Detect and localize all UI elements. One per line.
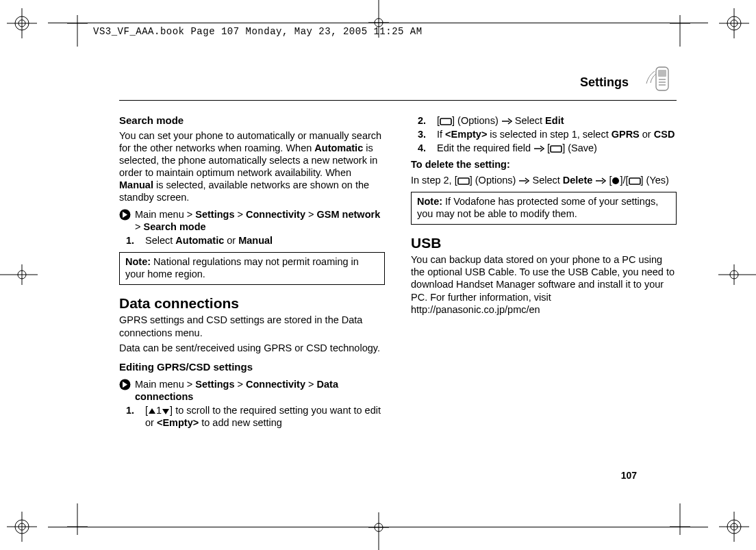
arrow-right-icon — [533, 145, 544, 152]
paragraph-data-conn-1: GPRS settings and CSD settings are store… — [119, 314, 385, 338]
crop-cross-right — [718, 264, 756, 285]
page-number: 107 — [621, 470, 637, 481]
left-column: Search mode You can set your phone to au… — [119, 114, 385, 430]
softkey-icon — [629, 177, 641, 185]
arrow-right-icon — [518, 177, 529, 184]
note-roaming: Note: National regulations may not permi… — [119, 252, 385, 285]
crop-rule-bottom — [48, 527, 708, 527]
step-3-empty-select: 3. If <Empty> is selected in step 1, sel… — [418, 128, 677, 140]
nav-path-search-mode: Main menu > Settings > Connectivity > GS… — [119, 208, 385, 233]
softkey-icon — [550, 145, 562, 153]
running-header: VS3_VF_AAA.book Page 107 Monday, May 23,… — [93, 26, 423, 37]
registration-mark-br — [719, 512, 749, 542]
svg-point-50 — [612, 177, 619, 184]
step-1-scroll: 1. [1] to scroll to the required setting… — [126, 404, 385, 429]
center-key-icon — [612, 177, 620, 185]
arrow-right-icon — [501, 118, 512, 125]
note-vodafone-protected: Note: If Vodafone has protected some of … — [411, 192, 677, 225]
step-2-options-edit: 2. [] (Options) Select Edit — [418, 114, 677, 127]
arrow-right-icon — [595, 177, 606, 184]
page-body: Settings Search mode You can set your ph — [119, 77, 677, 430]
up-key-icon — [148, 408, 156, 415]
phone-icon — [641, 64, 677, 93]
heading-to-delete: To delete the setting: — [411, 158, 677, 171]
crop-cross-bottom-left — [67, 503, 88, 535]
registration-mark-tr — [719, 8, 749, 38]
svg-rect-46 — [551, 146, 562, 152]
heading-search-mode: Search mode — [119, 114, 385, 127]
svg-rect-37 — [658, 70, 666, 77]
paragraph-usb: You can backup data stored on your phone… — [411, 253, 677, 316]
down-key-icon — [162, 408, 170, 415]
crop-rule-top — [48, 23, 708, 23]
nav-path-data-connections: Main menu > Settings > Connectivity > Da… — [119, 378, 385, 403]
softkey-icon — [440, 118, 452, 125]
svg-rect-51 — [629, 178, 640, 184]
registration-mark-bl — [7, 512, 37, 542]
crop-cross-top-left — [67, 15, 88, 47]
step-4-edit-save: 4. Edit the required field [] (Save) — [418, 142, 677, 154]
crop-cross-top-right — [670, 15, 690, 47]
registration-mark-tl — [7, 8, 37, 38]
page-title: Settings — [580, 75, 629, 90]
softkey-icon — [457, 177, 470, 185]
heading-usb: USB — [411, 234, 677, 252]
step-1-select-mode: 1. Select Automatic or Manual — [126, 234, 385, 247]
right-column: 2. [] (Options) Select Edit 3. If <Empty… — [411, 114, 677, 430]
svg-rect-43 — [440, 118, 451, 125]
crop-cross-bottom-center — [368, 512, 389, 550]
paragraph-delete-steps: In step 2, [] (Options) Select Delete []… — [411, 174, 677, 186]
nav-arrow-icon — [119, 379, 131, 390]
crop-cross-bottom-right — [670, 503, 690, 535]
crop-cross-left — [0, 264, 38, 285]
svg-rect-47 — [458, 178, 469, 184]
paragraph-search-mode: You can set your phone to automatically … — [119, 129, 385, 204]
nav-arrow-icon — [119, 209, 131, 221]
heading-data-connections: Data connections — [119, 295, 385, 312]
paragraph-data-conn-2: Data can be sent/received using GPRS or … — [119, 342, 385, 354]
heading-editing-gprs: Editing GPRS/CSD settings — [119, 361, 385, 374]
title-rule — [119, 100, 677, 101]
